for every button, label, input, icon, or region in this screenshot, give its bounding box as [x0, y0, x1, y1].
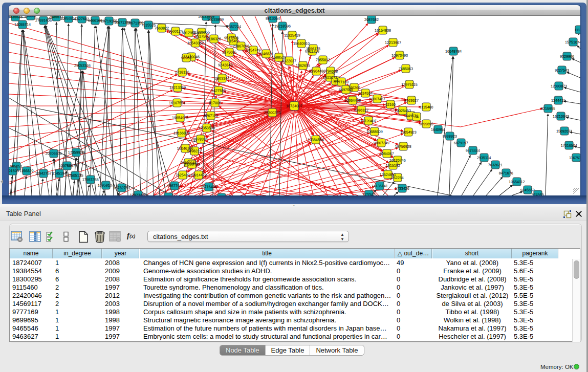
svg-text:9115460: 9115460: [419, 105, 433, 110]
svg-text:7986322: 7986322: [354, 108, 368, 113]
svg-text:11178: 11178: [575, 28, 580, 32]
svg-text:62160: 62160: [385, 102, 396, 107]
svg-text:9699695: 9699695: [419, 122, 433, 126]
svg-text:19654925: 19654925: [172, 115, 188, 120]
svg-text:14136141: 14136141: [372, 184, 388, 188]
svg-text:18724007: 18724007: [286, 104, 302, 108]
svg-text:34099489: 34099489: [184, 162, 200, 166]
svg-text:29053346: 29053346: [74, 63, 91, 68]
svg-text:7485063: 7485063: [399, 67, 413, 71]
svg-text:10025453: 10025453: [395, 108, 411, 113]
svg-text:18807249: 18807249: [373, 141, 389, 145]
svg-text:17359928: 17359928: [68, 150, 84, 155]
svg-text:8471676: 8471676: [499, 171, 513, 176]
svg-text:6794028: 6794028: [323, 69, 338, 74]
svg-text:15751074: 15751074: [565, 40, 580, 45]
svg-text:1362615: 1362615: [296, 63, 310, 68]
svg-text:12975115: 12975115: [401, 82, 417, 87]
svg-text:8990448: 8990448: [309, 69, 323, 74]
svg-text:8938923: 8938923: [443, 134, 457, 139]
svg-text:9242848: 9242848: [218, 63, 232, 68]
svg-text:16120746: 16120746: [389, 158, 406, 163]
svg-text:817006: 817006: [209, 101, 221, 105]
svg-text:12505135: 12505135: [67, 173, 83, 178]
svg-text:746266: 746266: [348, 85, 360, 90]
svg-text:10654112: 10654112: [509, 180, 525, 184]
svg-text:14055714: 14055714: [14, 22, 31, 27]
svg-text:2087682: 2087682: [364, 17, 379, 22]
svg-text:391593: 391593: [9, 168, 19, 173]
svg-text:1733426: 1733426: [395, 186, 409, 191]
svg-text:10958107: 10958107: [98, 183, 114, 187]
svg-text:1096175: 1096175: [306, 47, 320, 51]
svg-text:10688609: 10688609: [366, 129, 383, 134]
svg-text:2935114: 2935114: [477, 156, 491, 160]
svg-text:9329966: 9329966: [560, 54, 574, 59]
svg-text:7632621: 7632621: [488, 163, 503, 167]
svg-text:19218596: 19218596: [274, 24, 291, 29]
svg-text:16107554: 16107554: [169, 100, 185, 105]
svg-text:12213967: 12213967: [385, 40, 401, 45]
svg-text:9463627: 9463627: [404, 98, 419, 103]
svg-text:25300235: 25300235: [264, 111, 280, 115]
svg-text:1615192: 1615192: [386, 163, 400, 168]
svg-text:27691406: 27691406: [35, 18, 52, 23]
svg-text:1546: 1546: [229, 39, 237, 43]
svg-text:2803144: 2803144: [215, 76, 229, 81]
svg-text:9560124: 9560124: [168, 29, 183, 33]
svg-text:16782759: 16782759: [114, 185, 130, 190]
svg-text:8186328: 8186328: [207, 37, 221, 41]
svg-text:98963: 98963: [181, 55, 191, 60]
svg-text:252254: 252254: [391, 176, 404, 180]
svg-text:19654923: 19654923: [400, 130, 417, 135]
svg-text:1527602: 1527602: [75, 16, 89, 21]
svg-text:12942757: 12942757: [35, 171, 52, 176]
svg-text:8878334: 8878334: [193, 137, 208, 141]
svg-text:5875685: 5875685: [222, 50, 236, 55]
svg-text:8322037: 8322037: [282, 59, 296, 63]
svg-text:16210643: 16210643: [553, 114, 569, 119]
svg-text:19756928: 19756928: [395, 144, 411, 149]
svg-text:10975867: 10975867: [59, 163, 75, 168]
svg-text:15720407: 15720407: [360, 119, 377, 123]
svg-text:8454749: 8454749: [246, 48, 260, 53]
svg-text:9227543: 9227543: [555, 68, 569, 73]
svg-text:16033809: 16033809: [207, 17, 224, 22]
svg-text:16648784: 16648784: [445, 49, 462, 54]
svg-text:20364436: 20364436: [344, 98, 361, 103]
svg-text:16914479: 16914479: [190, 172, 207, 177]
svg-text:12213369: 12213369: [169, 85, 186, 90]
svg-text:19384554: 19384554: [308, 138, 324, 142]
svg-text:985051: 985051: [10, 164, 23, 168]
svg-text:10973493: 10973493: [391, 53, 408, 58]
svg-text:12093873: 12093873: [551, 84, 567, 89]
svg-text:3624554: 3624554: [358, 91, 373, 96]
svg-text:5498222: 5498222: [187, 148, 202, 153]
svg-text:16543362: 16543362: [187, 40, 204, 45]
svg-text:7955812: 7955812: [316, 58, 330, 62]
svg-text:8267110: 8267110: [204, 113, 217, 118]
svg-text:9777169: 9777169: [334, 80, 349, 84]
svg-text:20206536: 20206536: [46, 151, 62, 156]
svg-text:1835528: 1835528: [9, 16, 23, 19]
svg-text:16154838: 16154838: [375, 28, 391, 33]
svg-text:1640954: 1640954: [431, 127, 445, 132]
svg-text:8215955: 8215955: [541, 106, 555, 111]
svg-text:19166829: 19166829: [173, 130, 190, 135]
svg-text:7357224: 7357224: [227, 25, 241, 29]
svg-text:1167533: 1167533: [569, 156, 580, 160]
svg-text:7625402: 7625402: [176, 172, 190, 177]
svg-text:9084067: 9084067: [380, 151, 394, 156]
svg-text:7515526: 7515526: [141, 23, 156, 27]
svg-text:9657791: 9657791: [167, 183, 182, 188]
svg-text:8427552: 8427552: [211, 89, 226, 93]
svg-text:8813054: 8813054: [266, 16, 280, 21]
svg-text:11325419: 11325419: [284, 33, 300, 38]
svg-text:7663822: 7663822: [155, 26, 169, 30]
svg-text:6466160: 6466160: [88, 18, 102, 23]
svg-text:1244415: 1244415: [551, 98, 565, 103]
svg-text:84: 84: [415, 115, 419, 119]
svg-text:9474444: 9474444: [466, 148, 480, 153]
svg-text:2718126: 2718126: [175, 70, 189, 74]
svg-text:15716485: 15716485: [201, 184, 217, 189]
